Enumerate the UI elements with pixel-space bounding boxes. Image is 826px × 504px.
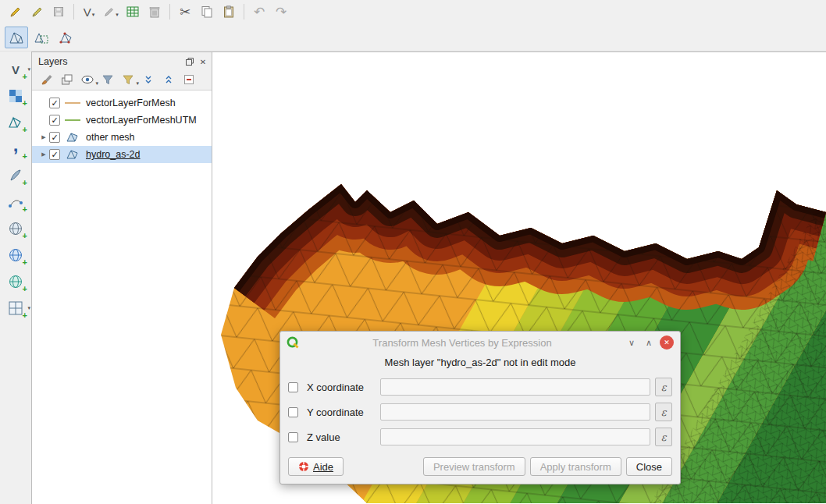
layer-label: vectorLayerForMeshUTM (86, 115, 197, 126)
plus-icon: + (23, 311, 27, 320)
close-icon: ✕ (200, 58, 206, 66)
toolbar-mesh-digitizing (0, 23, 826, 51)
float-panel-button[interactable] (184, 56, 195, 67)
x-coordinate-checkbox[interactable] (288, 382, 298, 392)
layers-panel-header[interactable]: Layers ✕ (32, 52, 212, 69)
add-mesh-layer-button[interactable]: + (4, 112, 27, 133)
layers-panel: Layers ✕ ▾ (31, 51, 212, 504)
eye-icon (81, 75, 94, 84)
help-lifebuoy-icon (298, 461, 309, 472)
vertex-tool-button[interactable]: V ▾ (79, 2, 99, 21)
select-mesh-elements-button[interactable] (30, 27, 53, 48)
layer-visibility-checkbox[interactable]: ✓ (49, 132, 60, 143)
expand-all-button[interactable] (140, 71, 157, 88)
z-expression-builder-button[interactable]: ε (655, 428, 672, 446)
toggle-editing-button[interactable] (27, 2, 47, 21)
expander-collapsed-icon[interactable]: ▶ (38, 134, 49, 140)
preview-transform-button[interactable]: Preview transform (423, 457, 525, 476)
current-edits-button[interactable] (5, 2, 25, 21)
cut-features-button[interactable]: ✂ (175, 2, 195, 21)
layer-visibility-checkbox[interactable]: ✓ (49, 149, 60, 160)
globe-icon (9, 275, 23, 289)
plus-icon: + (23, 205, 27, 214)
save-edits-button[interactable] (48, 2, 69, 21)
remove-layer-button[interactable] (180, 71, 198, 88)
filter-legend-by-expression-button[interactable]: ▾ (119, 71, 137, 88)
close-button[interactable]: Close (626, 457, 672, 476)
chevron-down-icon[interactable]: ∨ (625, 338, 638, 348)
dialog-title: Transform Mesh Vertices by Expression (304, 337, 621, 349)
dropdown-caret-icon: ▾ (136, 80, 139, 87)
funnel-expression-icon (123, 74, 134, 85)
float-panel-icon (186, 58, 194, 66)
add-wms-layer-button[interactable]: + (4, 218, 27, 239)
collapse-all-icon (163, 74, 174, 85)
table-icon (126, 5, 139, 18)
layer-visibility-checkbox[interactable]: ✓ (49, 115, 60, 126)
layer-row[interactable]: ✓ vectorLayerForMesh (32, 94, 212, 112)
close-panel-button[interactable]: ✕ (198, 56, 208, 67)
add-group-button[interactable] (59, 71, 76, 88)
add-vector-layer-button[interactable]: V + ▾ (4, 59, 27, 80)
pencil-icon (9, 5, 22, 19)
feather-icon (9, 169, 23, 183)
undo-button[interactable]: ↶ (249, 2, 269, 21)
map-canvas[interactable]: Transform Mesh Vertices by Expression ∨ … (212, 51, 826, 504)
x-expression-input[interactable] (380, 378, 650, 396)
redo-button[interactable]: ↷ (271, 2, 291, 21)
transform-mesh-vertices-button[interactable] (55, 27, 78, 48)
y-coordinate-checkbox[interactable] (288, 407, 298, 417)
main-area: V + ▾ + + , + + + (0, 51, 826, 504)
layer-label: vectorLayerForMesh (86, 98, 176, 108)
collapse-all-button[interactable] (160, 71, 177, 88)
add-raster-layer-button[interactable]: + (4, 86, 27, 106)
y-expression-builder-button[interactable]: ε (655, 403, 672, 421)
manage-map-themes-button[interactable]: ▾ (79, 71, 96, 88)
add-wfs-layer-button[interactable]: + (4, 245, 27, 265)
digitize-segment-button[interactable]: ▾ (101, 2, 121, 21)
plus-icon: + (23, 99, 27, 108)
filter-legend-button[interactable] (99, 71, 116, 88)
add-virtual-layer-button[interactable]: + (4, 192, 27, 212)
dialog-title-bar[interactable]: Transform Mesh Vertices by Expression ∨ … (280, 332, 680, 353)
x-coordinate-label-group: X coordinate (288, 382, 376, 393)
apply-transform-button[interactable]: Apply transform (530, 457, 621, 476)
layer-visibility-checkbox[interactable]: ✓ (49, 98, 60, 108)
dialog-close-button[interactable]: ✕ (660, 335, 674, 350)
mesh-select-icon (34, 30, 49, 45)
epsilon-icon: ε (661, 382, 667, 393)
digitize-mesh-elements-button[interactable] (5, 27, 28, 48)
z-value-checkbox[interactable] (288, 432, 298, 442)
paintbrush-icon (41, 73, 53, 86)
layer-row[interactable]: ✓ vectorLayerForMeshUTM (32, 112, 212, 129)
mesh-digitize-icon (9, 30, 24, 45)
y-expression-input[interactable] (380, 403, 650, 421)
open-layer-styling-button[interactable] (38, 71, 55, 88)
toolbar-separator (169, 4, 170, 20)
paste-icon (223, 5, 235, 18)
layer-row-selected[interactable]: ▶ ✓ hydro_as-2d (32, 146, 212, 163)
copy-features-button[interactable] (197, 2, 217, 21)
apply-transform-label: Apply transform (540, 461, 611, 473)
z-value-row: Z value ε (288, 428, 672, 446)
epsilon-icon: ε (661, 431, 667, 443)
chevron-up-icon[interactable]: ∧ (643, 338, 655, 348)
add-spatialite-layer-button[interactable]: + (4, 165, 27, 186)
layer-tree: ✓ vectorLayerForMesh ✓ vectorLayerForMes… (32, 90, 212, 504)
add-wcs-layer-button[interactable]: + (4, 272, 27, 292)
expander-collapsed-icon[interactable]: ▶ (38, 151, 49, 158)
paste-features-button[interactable] (219, 2, 239, 21)
z-expression-input[interactable] (380, 428, 650, 445)
help-button[interactable]: Aide (288, 457, 344, 476)
mesh-icon (9, 115, 23, 130)
toolbar-separator (73, 4, 74, 20)
expand-all-icon (143, 74, 154, 85)
plus-icon: + (23, 285, 27, 293)
add-vector-tile-layer-button[interactable]: + ▾ (4, 298, 27, 318)
x-expression-builder-button[interactable]: ε (655, 378, 672, 396)
delete-selected-button[interactable] (144, 2, 165, 21)
attributes-table-button[interactable] (123, 2, 143, 21)
layer-row[interactable]: ▶ ✓ other mesh (32, 129, 212, 146)
add-delimited-text-layer-button[interactable]: , + (4, 139, 27, 159)
dropdown-caret-icon: ▾ (27, 66, 30, 73)
